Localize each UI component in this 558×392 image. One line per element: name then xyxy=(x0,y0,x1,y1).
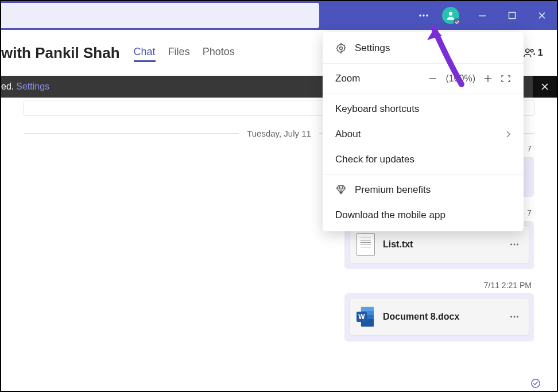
sent-indicator xyxy=(530,378,541,389)
message-group: 7/11 2:21 PM W Document 8.docx xyxy=(24,281,534,341)
menu-label: Premium benefits xyxy=(355,184,431,196)
message-timestamp: 7/11 2:21 PM xyxy=(484,281,532,290)
file-more-button[interactable] xyxy=(507,239,522,250)
fullscreen-icon xyxy=(501,75,511,83)
menu-check-updates[interactable]: Check for updates xyxy=(323,147,524,172)
diamond-icon xyxy=(335,184,347,196)
participants-count: 1 xyxy=(538,47,543,59)
svg-point-9 xyxy=(514,244,516,246)
menu-separator xyxy=(323,63,524,64)
svg-point-18 xyxy=(510,316,512,318)
zoom-value: (100%) xyxy=(445,73,475,84)
svg-point-8 xyxy=(510,244,512,246)
checkmark-circle-icon xyxy=(530,378,541,389)
tab-strip: Chat Files Photos xyxy=(134,44,235,62)
svg-point-10 xyxy=(517,244,518,246)
menu-label: Keyboard shortcuts xyxy=(335,103,419,115)
fullscreen-button[interactable] xyxy=(501,75,511,83)
menu-download-mobile[interactable]: Download the mobile app xyxy=(323,203,524,228)
search-box[interactable] xyxy=(1,3,319,28)
notification-settings-link[interactable]: Settings xyxy=(16,81,49,92)
svg-point-20 xyxy=(517,316,518,318)
menu-separator xyxy=(323,94,524,94)
file-name: Document 8.docx xyxy=(383,312,499,322)
svg-rect-5 xyxy=(509,13,516,19)
menu-label: About xyxy=(335,129,361,140)
menu-label: Settings xyxy=(355,42,390,54)
svg-point-1 xyxy=(423,14,424,16)
close-icon xyxy=(538,11,546,20)
svg-point-3 xyxy=(449,12,452,15)
svg-point-22 xyxy=(340,47,343,50)
svg-text:W: W xyxy=(358,313,365,321)
tab-photos[interactable]: Photos xyxy=(203,44,235,62)
more-options-button[interactable] xyxy=(409,1,439,30)
chevron-right-icon xyxy=(505,130,511,138)
menu-zoom: Zoom (100%) xyxy=(323,66,524,91)
message-bubble[interactable]: W Document 8.docx xyxy=(344,293,534,341)
tab-chat[interactable]: Chat xyxy=(134,44,156,62)
maximize-icon xyxy=(508,11,516,20)
svg-rect-12 xyxy=(361,307,374,311)
tab-files[interactable]: Files xyxy=(168,44,190,62)
minimize-button[interactable] xyxy=(467,1,497,30)
menu-settings[interactable]: Settings xyxy=(323,36,524,61)
minimize-icon xyxy=(478,11,486,20)
menu-label: Check for updates xyxy=(335,154,414,165)
message-timestamp: 7 xyxy=(527,208,532,218)
word-file-icon: W xyxy=(356,305,375,328)
presence-badge xyxy=(454,18,460,25)
notification-text: ed. xyxy=(1,81,14,92)
settings-menu: Settings Zoom (100%) Keyboard shortcuts … xyxy=(323,32,524,231)
plus-icon xyxy=(483,74,493,83)
notification-close-button[interactable] xyxy=(533,76,557,98)
file-name: List.txt xyxy=(383,239,499,250)
ellipsis-icon xyxy=(418,10,429,21)
minus-icon xyxy=(428,74,437,83)
date-separator-text: Tuesday, July 11 xyxy=(239,129,319,138)
title-bar xyxy=(1,1,557,30)
file-more-button[interactable] xyxy=(507,312,522,322)
message-timestamp: 7 xyxy=(527,144,532,153)
file-attachment[interactable]: W Document 8.docx xyxy=(349,298,529,336)
menu-premium[interactable]: Premium benefits xyxy=(323,177,524,203)
svg-point-7 xyxy=(530,49,533,52)
people-add-icon xyxy=(523,46,536,59)
ellipsis-icon xyxy=(509,312,520,322)
maximize-button[interactable] xyxy=(497,1,527,30)
gear-icon xyxy=(335,42,347,54)
close-window-button[interactable] xyxy=(527,1,557,30)
ellipsis-icon xyxy=(509,239,520,250)
chat-title: with Pankil Shah xyxy=(1,44,120,62)
svg-rect-23 xyxy=(429,78,436,79)
menu-about[interactable]: About xyxy=(323,122,524,147)
menu-label: Zoom xyxy=(335,73,360,84)
close-icon xyxy=(541,83,549,91)
participants-button[interactable]: 1 xyxy=(523,46,543,59)
svg-point-6 xyxy=(525,49,529,52)
user-avatar[interactable] xyxy=(442,7,459,24)
menu-label: Download the mobile app xyxy=(335,209,445,221)
svg-rect-4 xyxy=(479,15,486,16)
menu-keyboard-shortcuts[interactable]: Keyboard shortcuts xyxy=(323,96,524,122)
zoom-out-button[interactable] xyxy=(428,74,437,83)
svg-point-0 xyxy=(419,14,421,16)
svg-rect-25 xyxy=(487,75,488,82)
zoom-in-button[interactable] xyxy=(483,74,493,83)
svg-point-19 xyxy=(514,316,516,318)
text-file-icon xyxy=(356,233,375,256)
menu-separator xyxy=(323,174,524,175)
svg-point-2 xyxy=(426,14,428,16)
